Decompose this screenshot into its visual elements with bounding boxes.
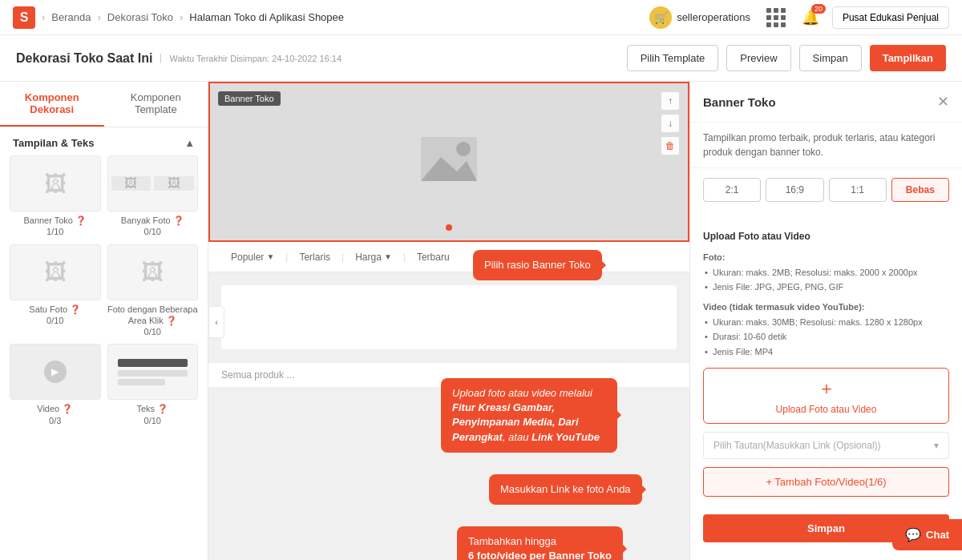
breadcrumb-1[interactable]: Beranda bbox=[51, 11, 91, 23]
shopee-logo: S bbox=[13, 6, 35, 29]
tooltip-upload: Upload foto atau video melalui Fitur Kre… bbox=[441, 378, 617, 453]
breadcrumb-sep3: › bbox=[180, 11, 183, 23]
link-dropdown[interactable]: Pilih Tautan(Masukkan Link (Opsional)) ▾ bbox=[703, 432, 949, 459]
tooltip-ratio: Pilih rasio Banner Toko bbox=[473, 250, 602, 280]
upload-plus-icon: ＋ bbox=[818, 377, 835, 401]
chat-icon: 💬 bbox=[905, 527, 921, 542]
tab-populer[interactable]: Populer ▼ bbox=[221, 252, 284, 263]
ratio-1-1[interactable]: 1:1 bbox=[829, 178, 887, 202]
panel-close-btn[interactable]: ✕ bbox=[937, 95, 949, 109]
banner-image: Banner Toko ↑ ↓ 🗑 bbox=[208, 82, 689, 242]
component-banyak-foto[interactable]: 🖼 🖼 Banyak Foto ❓ 0/10 bbox=[107, 155, 199, 238]
canvas-content bbox=[208, 272, 689, 362]
preview-button[interactable]: Preview bbox=[726, 45, 790, 71]
banner-move-down-btn[interactable]: ↓ bbox=[661, 114, 680, 133]
satu-foto-label: Satu Foto ❓ 0/10 bbox=[10, 304, 101, 327]
sidebar-tabs: Komponen Dekorasi Komponen Template bbox=[0, 82, 208, 127]
video-bullet-3: Jenis File: MP4 bbox=[703, 344, 949, 360]
ratio-bebas[interactable]: Bebas bbox=[891, 178, 949, 202]
ratio-2-1[interactable]: 2:1 bbox=[703, 178, 761, 202]
sidebar-collapse-btn[interactable]: ‹ bbox=[208, 306, 224, 338]
text-lines bbox=[108, 351, 198, 393]
multiclick-icon: 🖼 bbox=[141, 259, 164, 285]
apps-grid-icon[interactable] bbox=[763, 5, 789, 30]
video-label: Video ❓ 0/3 bbox=[10, 403, 101, 426]
component-teks[interactable]: Teks ❓ 0/10 bbox=[107, 344, 199, 426]
tab-terlaris[interactable]: Terlaris bbox=[289, 252, 340, 263]
teks-label: Teks ❓ 0/10 bbox=[107, 403, 199, 426]
upload-box[interactable]: ＋ Upload Foto atau Video bbox=[703, 368, 949, 424]
add-more-button[interactable]: + Tambah Foto/Video(1/6) bbox=[703, 467, 949, 497]
edu-center-button[interactable]: Pusat Edukasi Penjual bbox=[832, 6, 949, 29]
ratio-buttons: 2:1 16:9 1:1 Bebas bbox=[703, 178, 949, 202]
panel-description: Tampilkan promo terbaik, produk terlaris… bbox=[690, 123, 962, 168]
banner-label: Banner Toko ❓ 1/10 bbox=[10, 215, 101, 238]
chat-label: Chat bbox=[926, 529, 949, 541]
nav-right: 🛒 selleroperations 🔔 20 Pusat Edukasi Pe… bbox=[649, 5, 949, 30]
simpan-button[interactable]: Simpan bbox=[799, 45, 862, 71]
template-button[interactable]: Pilih Template bbox=[627, 45, 719, 71]
video-label: Video (tidak termasuk video YouTube): bbox=[703, 302, 865, 312]
ratio-16-9[interactable]: 16:9 bbox=[766, 178, 823, 202]
banner-move-up-btn[interactable]: ↑ bbox=[661, 91, 680, 111]
breadcrumb-sep1: › bbox=[42, 11, 45, 23]
multiclick-label: Foto dengan Beberapa Area Klik ❓ 0/10 bbox=[107, 304, 199, 338]
collapse-icon[interactable]: ▲ bbox=[184, 137, 195, 149]
seller-info: 🛒 selleroperations bbox=[649, 6, 750, 29]
upload-box-label: Upload Foto atau Video bbox=[776, 404, 877, 415]
foto-bullet-1: Ukuran: maks. 2MB; Resolusi: maks. 2000 … bbox=[703, 265, 949, 280]
page-title: Dekorasi Toko Saat Ini bbox=[16, 51, 152, 66]
breadcrumb-current: Halaman Toko di Aplikasi Shopee bbox=[189, 11, 344, 23]
notification-bell[interactable]: 🔔 20 bbox=[802, 9, 819, 26]
canvas-area: ‹ Banner Toko ↑ ↓ 🗑 bbox=[208, 82, 689, 560]
foto-label: Foto: bbox=[703, 252, 725, 262]
component-video[interactable]: ▶ Video ❓ 0/3 bbox=[10, 344, 101, 426]
tab-komponen-dekorasi[interactable]: Komponen Dekorasi bbox=[0, 82, 104, 127]
breadcrumb-sep2: › bbox=[98, 11, 101, 23]
tab-harga[interactable]: Harga ▼ bbox=[346, 252, 402, 263]
banyak-foto-double: 🖼 🖼 bbox=[108, 173, 198, 194]
populer-arrow: ▼ bbox=[266, 252, 274, 261]
chat-fab-button[interactable]: 💬 Chat bbox=[892, 519, 962, 550]
breadcrumb-2[interactable]: Dekorasi Toko bbox=[107, 11, 173, 23]
banner-placeholder bbox=[417, 133, 481, 191]
tab-komponen-template[interactable]: Komponen Template bbox=[104, 82, 208, 127]
nav-left: S › Beranda › Dekorasi Toko › Halaman To… bbox=[13, 6, 344, 29]
component-grid: 🖼 Banner Toko ❓ 1/10 🖼 🖼 Banyak Foto ❓ bbox=[0, 155, 208, 436]
banner-label-tag: Banner Toko bbox=[218, 91, 281, 106]
panel-header: Banner Toko ✕ bbox=[690, 82, 962, 123]
banner-dot-indicator bbox=[446, 224, 452, 231]
sub-header-right: Pilih Template Preview Simpan Tampilkan bbox=[627, 45, 946, 71]
tab-terbaru[interactable]: Terbaru bbox=[407, 252, 459, 263]
panel-upload-section: Upload Foto atau Video Foto: Ukuran: mak… bbox=[690, 221, 962, 506]
dropdown-arrow-icon: ▾ bbox=[934, 440, 939, 451]
tampilkan-button[interactable]: Tampilkan bbox=[870, 45, 946, 71]
video-bullet-1: Ukuran: maks. 30MB; Resolusi: maks. 1280… bbox=[703, 315, 949, 330]
satu-foto-thumb: 🖼 bbox=[10, 244, 101, 300]
component-banner-toko[interactable]: 🖼 Banner Toko ❓ 1/10 bbox=[10, 155, 101, 238]
seller-name: selleroperations bbox=[677, 11, 750, 23]
harga-arrow: ▼ bbox=[384, 252, 392, 261]
notif-badge: 20 bbox=[811, 4, 826, 14]
top-nav: S › Beranda › Dekorasi Toko › Halaman To… bbox=[0, 0, 962, 35]
panel-title: Banner Toko bbox=[703, 95, 776, 109]
seller-avatar: 🛒 bbox=[649, 6, 672, 29]
video-thumb: ▶ bbox=[10, 344, 101, 400]
component-satu-foto[interactable]: 🖼 Satu Foto ❓ 0/10 bbox=[10, 244, 101, 338]
tab-sep-3: | bbox=[403, 252, 406, 263]
right-panel: Banner Toko ✕ Tampilkan promo terbaik, p… bbox=[689, 82, 962, 560]
play-icon: ▶ bbox=[44, 361, 67, 383]
banner-controls: ↑ ↓ 🗑 bbox=[661, 91, 680, 155]
banner-delete-btn[interactable]: 🗑 bbox=[661, 136, 680, 155]
multiclick-thumb: 🖼 bbox=[107, 244, 199, 300]
store-tabs-bar: Populer ▼ | Terlaris | Harga ▼ | Terbaru bbox=[208, 242, 689, 272]
foto-half-2: 🖼 bbox=[154, 176, 194, 191]
tooltip-addmore: Tambahkan hingga6 foto/video per Banner … bbox=[457, 526, 623, 560]
video-info: Video (tidak termasuk video YouTube): Uk… bbox=[703, 300, 949, 360]
tab-sep-2: | bbox=[342, 252, 344, 263]
text-line-2 bbox=[118, 379, 166, 385]
canvas-product-area bbox=[221, 285, 677, 349]
banner-thumb: 🖼 bbox=[10, 155, 101, 212]
sidebar: Komponen Dekorasi Komponen Template Tamp… bbox=[0, 82, 208, 560]
component-multiclick[interactable]: 🖼 Foto dengan Beberapa Area Klik ❓ 0/10 bbox=[107, 244, 199, 338]
